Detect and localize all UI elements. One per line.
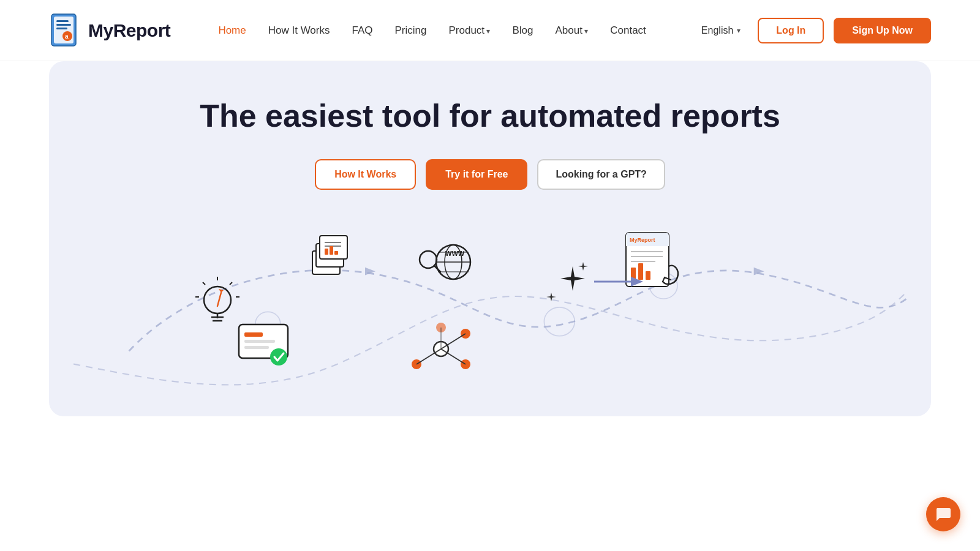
svg-line-21 [217, 293, 221, 306]
svg-line-46 [441, 349, 466, 364]
svg-rect-2 [56, 20, 69, 22]
sparkles-icon [539, 257, 594, 312]
chat-bubble-icon [935, 506, 952, 523]
dashboard-icon [236, 321, 291, 367]
hero-illustration: WWW [74, 220, 907, 416]
svg-text:WWW: WWW [445, 250, 465, 257]
svg-rect-50 [244, 340, 275, 343]
nav-right: English Log In Sign Up Now [694, 18, 931, 43]
network-icon [404, 315, 478, 383]
arrow-icon [594, 269, 643, 294]
svg-line-45 [441, 334, 466, 349]
svg-rect-49 [244, 332, 263, 337]
svg-rect-30 [334, 251, 338, 255]
data-books-icon [306, 227, 352, 279]
language-label: English [701, 25, 733, 36]
how-it-works-button[interactable]: How It Works [315, 159, 416, 190]
chat-bubble[interactable] [926, 497, 960, 531]
svg-marker-22 [219, 289, 224, 293]
svg-rect-29 [330, 246, 333, 255]
nav-how-it-works[interactable]: How It Works [268, 24, 330, 36]
hero-title: The easiest tool for automated reports [74, 98, 907, 135]
search-www-icon: WWW [413, 239, 475, 288]
try-free-button[interactable]: Try it for Free [426, 159, 527, 190]
svg-text:a: a [65, 33, 69, 40]
logo-text: MyReport [88, 20, 170, 41]
lightbulb-icon [193, 276, 242, 331]
svg-marker-65 [631, 277, 643, 287]
svg-rect-3 [56, 24, 71, 26]
nav-links: Home How It Works FAQ Pricing Product Bl… [218, 24, 646, 37]
svg-point-52 [270, 348, 287, 365]
svg-line-17 [230, 282, 232, 285]
nav-contact[interactable]: Contact [610, 24, 646, 36]
nav-about[interactable]: About [555, 24, 588, 36]
svg-line-44 [417, 349, 441, 364]
svg-rect-28 [325, 249, 328, 255]
nav-blog[interactable]: Blog [512, 24, 533, 36]
svg-rect-62 [646, 271, 650, 280]
signup-button[interactable]: Sign Up Now [834, 18, 931, 43]
logo-image: a [49, 13, 81, 48]
nav-pricing[interactable]: Pricing [395, 24, 427, 36]
hero-buttons: How It Works Try it for Free Looking for… [74, 159, 907, 190]
svg-line-19 [203, 282, 205, 285]
svg-point-12 [204, 287, 231, 313]
language-selector[interactable]: English [694, 20, 748, 41]
logo[interactable]: a MyReport [49, 13, 170, 48]
nav-faq[interactable]: FAQ [352, 24, 373, 36]
svg-rect-51 [244, 346, 269, 349]
navbar: a MyReport Home How It Works FAQ Pricing… [0, 0, 980, 61]
svg-rect-4 [56, 28, 67, 29]
nav-product[interactable]: Product [448, 24, 490, 36]
hero-section: The easiest tool for automated reports H… [49, 61, 931, 416]
login-button[interactable]: Log In [758, 18, 824, 43]
nav-home[interactable]: Home [218, 24, 246, 36]
gpt-button[interactable]: Looking for a GPT? [537, 159, 665, 190]
svg-text:MyReport: MyReport [630, 237, 655, 243]
svg-rect-25 [320, 236, 347, 259]
